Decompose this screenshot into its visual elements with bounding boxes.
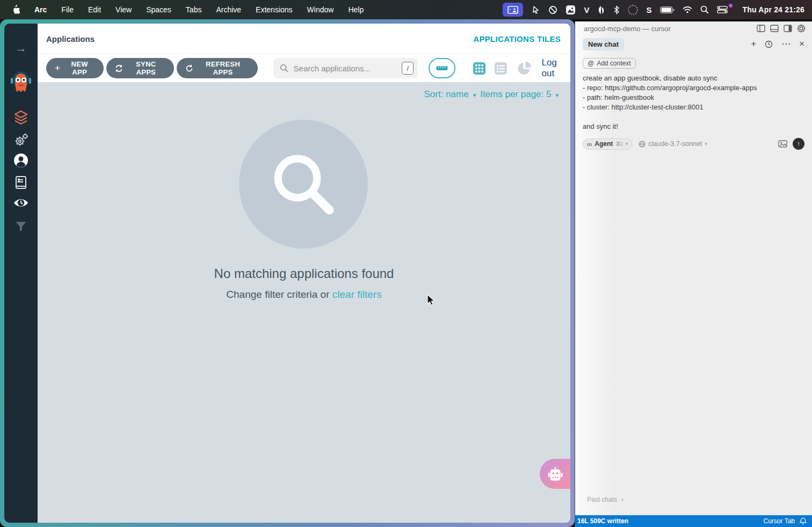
prompt-line: - cluster: http://cluster-test-cluster:8… — [583, 103, 804, 112]
focus-mode-icon[interactable] — [548, 5, 557, 14]
settings-nav-icon[interactable] — [13, 132, 29, 148]
past-chats-link[interactable]: Past chats › — [587, 496, 624, 503]
empty-state-title: No matching applications found — [38, 266, 570, 281]
caret-down-icon: ▾ — [705, 141, 707, 147]
sync-progress-icon[interactable] — [628, 5, 638, 15]
empty-state-illustration — [239, 120, 368, 248]
menu-view[interactable]: View — [115, 5, 132, 14]
search-icon — [280, 64, 288, 72]
sync-apps-button[interactable]: SYNC APPS — [106, 58, 174, 78]
composer-controls: ∞ Agent ⌘I ▾ claude-3.7-sonnet ▾ ↑ — [583, 138, 804, 150]
argocd-sidebar: → — [4, 24, 38, 523]
arc-browser-window: → — [0, 19, 575, 527]
chevron-right-icon: › — [621, 496, 624, 503]
agent-shortcut: ⌘I — [615, 141, 622, 147]
cursor-titlebar: argocd-mcp-demo — cursor — [575, 21, 812, 35]
menu-extensions[interactable]: Extensions — [256, 5, 292, 14]
sync-icon — [115, 64, 123, 72]
refresh-icon — [185, 64, 193, 72]
chat-prompt[interactable]: create an app guestbook, disable auto sy… — [583, 74, 804, 131]
filter-icon[interactable] — [15, 221, 27, 232]
attach-image-icon[interactable] — [778, 140, 787, 148]
up-arrow-icon: ↑ — [797, 140, 800, 148]
apple-logo-icon[interactable] — [12, 5, 20, 14]
v-app-icon[interactable]: V — [584, 5, 589, 14]
tiles-view-icon[interactable] — [473, 62, 486, 75]
screen-sharing-indicator[interactable] — [503, 3, 523, 17]
prompt-line: create an app guestbook, disable auto sy… — [583, 74, 804, 83]
user-info-nav-icon[interactable] — [13, 152, 29, 169]
new-chat-plus-icon[interactable]: + — [751, 40, 756, 48]
control-center-icon[interactable] — [717, 6, 728, 13]
prompt-line — [583, 112, 804, 122]
cursor-window-title: argocd-mcp-demo — cursor — [584, 25, 671, 33]
model-dropdown[interactable]: claude-3.7-sonnet ▾ — [639, 140, 707, 148]
menu-window[interactable]: Window — [307, 5, 334, 14]
send-button[interactable]: ↑ — [793, 138, 804, 150]
cursor-tab-status[interactable]: Cursor Tab — [764, 517, 795, 525]
close-panel-icon[interactable]: × — [799, 40, 804, 48]
photos-app-icon[interactable] — [566, 5, 576, 15]
menubar-clock[interactable]: Thu Apr 24 21:26 — [743, 5, 805, 14]
documentation-nav-icon[interactable] — [13, 175, 28, 190]
argocd-toolbar: + NEW APP SYNC APPS — [38, 54, 570, 82]
page-title: Applications — [46, 34, 95, 43]
prompt-line: and sync it! — [583, 122, 804, 131]
new-app-button[interactable]: + NEW APP — [46, 58, 104, 78]
menu-edit[interactable]: Edit — [88, 5, 101, 14]
robot-icon — [547, 466, 563, 481]
settings-gear-icon[interactable] — [797, 24, 806, 33]
argocd-main: Applications APPLICATIONS TILES + NEW AP… — [38, 24, 570, 523]
menubar-app-name[interactable]: Arc — [34, 5, 47, 14]
new-chat-tab[interactable]: New chat — [583, 38, 624, 50]
written-status: 16L 509C written — [577, 517, 628, 525]
battery-icon[interactable] — [660, 6, 675, 13]
refresh-apps-button[interactable]: REFRESH APPS — [177, 58, 258, 78]
search-applications-input[interactable] — [293, 63, 402, 74]
caret-down-icon[interactable]: ▾ — [555, 92, 559, 99]
cursor-statusbar: 16L 509C written Cursor Tab — [575, 515, 812, 527]
sidebar-expand-icon[interactable]: → — [15, 43, 27, 54]
health-status-toggle[interactable] — [429, 58, 455, 78]
bell-icon[interactable] — [800, 517, 807, 525]
stats-app-icon[interactable]: S — [646, 5, 651, 14]
applications-nav-icon[interactable] — [13, 109, 29, 126]
leaf-app-icon[interactable] — [597, 5, 605, 14]
toggle-secondary-sidebar-icon[interactable] — [784, 25, 792, 32]
menu-archive[interactable]: Archive — [216, 5, 241, 14]
chat-tab-row: New chat + ⋯ × — [575, 35, 812, 53]
applications-tiles-label[interactable]: APPLICATIONS TILES — [473, 34, 561, 43]
agent-mode-dropdown[interactable]: ∞ Agent ⌘I ▾ — [583, 138, 632, 150]
mouse-cursor — [427, 294, 436, 307]
menu-tabs[interactable]: Tabs — [186, 5, 202, 14]
pointer-control-icon[interactable] — [531, 5, 540, 14]
menu-spaces[interactable]: Spaces — [146, 5, 171, 14]
logout-button[interactable]: Log out — [542, 57, 570, 79]
list-view-icon[interactable] — [494, 62, 508, 75]
summary-pie-view-icon[interactable] — [517, 61, 531, 76]
watch-events-nav-icon[interactable] — [13, 196, 29, 209]
macos-menubar: Arc File Edit View Spaces Tabs Archive E… — [0, 0, 812, 19]
plus-icon: + — [55, 63, 60, 74]
menu-file[interactable]: File — [61, 5, 74, 14]
notification-dot — [729, 4, 733, 8]
argocd-header: Applications APPLICATIONS TILES — [38, 24, 570, 54]
toggle-panel-icon[interactable] — [770, 25, 779, 32]
caret-down-icon[interactable]: ▾ — [473, 92, 476, 99]
model-globe-icon — [639, 141, 646, 148]
sort-dropdown[interactable]: Sort: name — [424, 89, 468, 100]
more-actions-icon[interactable]: ⋯ — [781, 40, 791, 48]
spotlight-search-icon[interactable] — [700, 5, 709, 14]
add-context-button[interactable]: @ Add context — [583, 58, 636, 69]
prompt-line: - repo: https://github.com/argoproj/argo… — [583, 83, 804, 93]
clear-filters-link[interactable]: clear filters — [332, 289, 382, 300]
bluetooth-icon[interactable] — [613, 5, 620, 14]
assistant-robot-button[interactable] — [540, 459, 570, 489]
chat-history-icon[interactable] — [765, 40, 773, 48]
empty-state-subtitle: Change filter criteria or clear filters — [38, 289, 570, 301]
wifi-icon[interactable] — [683, 6, 692, 13]
toggle-primary-sidebar-icon[interactable] — [757, 25, 765, 32]
argocd-logo[interactable] — [9, 69, 33, 93]
menu-help[interactable]: Help — [348, 5, 364, 14]
items-per-page-dropdown[interactable]: Items per page: 5 — [480, 89, 551, 100]
